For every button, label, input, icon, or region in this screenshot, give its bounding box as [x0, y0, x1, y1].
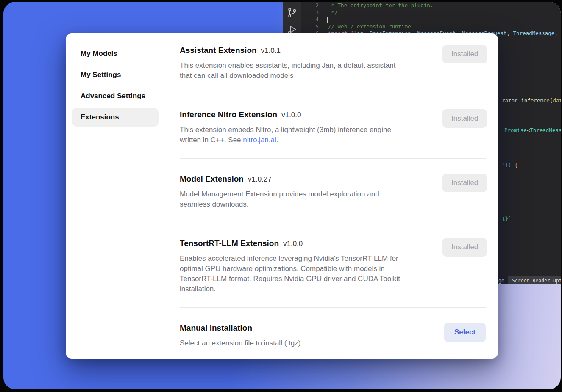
code-text: // Web / extension runtime	[319, 23, 411, 30]
extension-description: Enables accelerated inference leveraging…	[180, 254, 442, 294]
extension-action: Installed	[442, 174, 487, 192]
extension-title-line: Model Extensionv1.0.27	[180, 174, 442, 185]
text-cursor	[327, 17, 328, 23]
description-text: Model Management Extension provides mode…	[180, 190, 379, 198]
code-token: */	[328, 9, 338, 16]
row-divider	[180, 223, 486, 223]
code-token: ,	[507, 30, 513, 36]
code-token: ,	[554, 30, 561, 36]
installed-button[interactable]: Installed	[442, 45, 487, 63]
code-token: rator.	[502, 97, 521, 104]
extension-title: TensortRT-LLM Extension	[180, 239, 279, 248]
line-number: 5	[301, 23, 319, 30]
extension-row: Assistant Extensionv1.0.1This extension …	[180, 45, 486, 81]
description-line: Enables accelerated inference leveraging…	[180, 254, 442, 264]
description-line: installation.	[180, 284, 442, 294]
extension-title: Assistant Extension	[180, 46, 257, 55]
description-line: This extension embeds Nitro, a lightweig…	[180, 125, 442, 135]
desktop-background: 2 * The entrypoint for the plugin.3 */45…	[3, 2, 561, 389]
code-fragment: ")) {	[502, 162, 518, 169]
installed-button[interactable]: Installed	[442, 238, 487, 257]
sidebar-item-label: Extensions	[81, 113, 119, 121]
sidebar-item-extensions[interactable]: Extensions	[72, 108, 159, 127]
description-text: Select an extension file to install (.tg…	[180, 339, 300, 347]
extension-version: v1.0.0	[283, 240, 303, 248]
description-line: seamless downloads.	[180, 199, 442, 210]
row-divider	[180, 307, 486, 308]
extension-info: Assistant Extensionv1.0.1This extension …	[180, 45, 442, 81]
select-button[interactable]: Select	[444, 323, 486, 342]
extension-description: Model Management Extension provides mode…	[180, 189, 442, 210]
extension-info: Inference Nitro Extensionv1.0.0This exte…	[180, 109, 442, 145]
code-token: * The entrypoint for the plugin.	[328, 2, 433, 8]
extension-info: TensortRT-LLM Extensionv1.0.0Enables acc…	[180, 238, 442, 294]
sidebar-item-label: My Settings	[81, 71, 121, 79]
description-text: installation.	[180, 285, 216, 293]
extension-action: Installed	[442, 45, 487, 63]
installed-button[interactable]: Installed	[442, 109, 487, 128]
description-line: This extension enables assistants, inclu…	[180, 61, 442, 71]
extension-info: Manual InstallationSelect an extension f…	[180, 323, 442, 348]
description-line: written in C++. See nitro.jan.ai.	[180, 135, 442, 145]
code-line: 5// Web / extension runtime	[301, 23, 561, 30]
extension-description: This extension embeds Nitro, a lightweig…	[180, 125, 442, 145]
code-token: data	[553, 97, 561, 104]
code-token: Promise	[504, 127, 527, 133]
description-text: optimal GPU hardware optimizations. Comp…	[180, 265, 385, 273]
description-text: TensorRT-LLM format. Requires Nvidia GPU…	[180, 275, 400, 283]
description-text: This extension embeds Nitro, a lightweig…	[180, 126, 391, 134]
extensions-list: Assistant Extensionv1.0.1This extension …	[165, 33, 498, 359]
description-line: that can call all downloaded models	[180, 71, 442, 81]
extension-title: Manual Installation	[180, 323, 252, 332]
extension-title-line: TensortRT-LLM Extensionv1.0.0	[180, 238, 442, 249]
extension-description: This extension enables assistants, inclu…	[180, 61, 442, 81]
description-text: Enables accelerated inference leveraging…	[180, 254, 398, 262]
row-divider	[180, 158, 486, 159]
extension-title: Model Extension	[180, 174, 244, 183]
extension-row: TensortRT-LLM Extensionv1.0.0Enables acc…	[180, 238, 486, 294]
line-number: 3	[301, 9, 319, 17]
line-number: 2	[301, 2, 319, 9]
code-fragment: Promise<ThreadMessage>	[504, 127, 561, 134]
sidebar-item-advanced-settings[interactable]: Advanced Settings	[72, 87, 159, 105]
extension-action: Select	[444, 323, 486, 342]
description-line: TensorRT-LLM format. Requires Nvidia GPU…	[180, 274, 442, 284]
sidebar-item-label: My Models	[81, 50, 117, 58]
code-token: inference	[521, 97, 550, 104]
code-token: t}`	[502, 215, 512, 222]
source-control-icon[interactable]	[287, 7, 298, 18]
description-line: Model Management Extension provides mode…	[180, 189, 442, 199]
code-fragment: rator.inference(data));	[502, 97, 561, 105]
extension-row: Model Extensionv1.0.27Model Management E…	[180, 174, 486, 210]
extension-row: Inference Nitro Extensionv1.0.0This exte…	[180, 109, 486, 145]
code-token: ThreadMessage	[530, 127, 561, 133]
description-line: optimal GPU hardware optimizations. Comp…	[180, 264, 442, 274]
status-bar-left-text: go	[498, 277, 504, 284]
sidebar-item-label: Advanced Settings	[81, 92, 145, 100]
description-text: written in C++. See	[180, 136, 243, 144]
extension-title-line: Manual Installation	[180, 323, 442, 334]
description-text: This extension enables assistants, inclu…	[180, 61, 395, 69]
installed-button[interactable]: Installed	[442, 174, 487, 192]
nitro-jan-ai-link[interactable]: nitro.jan.ai.	[243, 136, 278, 144]
extension-title-line: Inference Nitro Extensionv1.0.0	[180, 109, 442, 121]
code-token: // Web / extension runtime	[328, 23, 411, 30]
extension-info: Model Extensionv1.0.27Model Management E…	[180, 174, 442, 210]
settings-panel: My ModelsMy SettingsAdvanced SettingsExt…	[66, 33, 498, 359]
code-line: 4	[301, 16, 561, 23]
code-token: {	[515, 162, 518, 168]
sidebar-item-my-settings[interactable]: My Settings	[72, 66, 159, 84]
sidebar-item-my-models[interactable]: My Models	[72, 44, 159, 63]
code-text: * The entrypoint for the plugin.	[319, 2, 433, 9]
code-token: ))	[505, 162, 515, 168]
description-text: seamless downloads.	[180, 200, 249, 208]
extension-version: v1.0.0	[281, 111, 301, 119]
extension-description: Select an extension file to install (.tg…	[180, 338, 442, 348]
extension-version: v1.0.1	[261, 47, 281, 55]
line-number: 4	[301, 16, 319, 23]
screen-reader-optimized-status[interactable]: Screen Reader Optimized	[508, 276, 561, 284]
code-token: "	[502, 162, 505, 168]
code-token: ThreadMessage	[513, 30, 555, 36]
description-text: that can call all downloaded models	[180, 72, 293, 80]
description-line: Select an extension file to install (.tg…	[180, 338, 442, 348]
